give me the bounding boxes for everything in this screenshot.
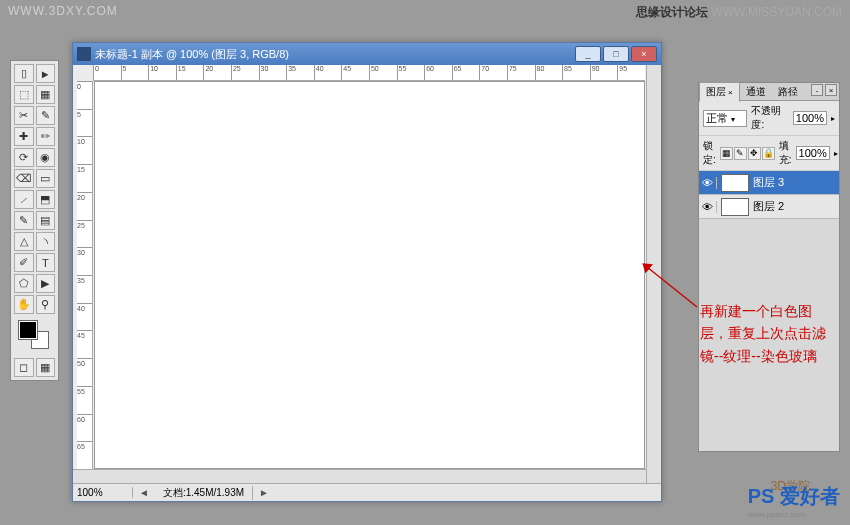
chevron-right-icon[interactable]: ▸ [831, 114, 835, 123]
panel-close-icon[interactable]: × [825, 84, 837, 96]
layer-visibility-icon[interactable]: 👁 [699, 177, 717, 189]
toolbox-panel: ▯►⬚▦✂✎✚✏⟳◉⌫▭⟋⬒✎▤△৲✐T⬠▶✋⚲ ◻ ▦ [10, 60, 59, 381]
layer-row[interactable]: 👁图层 3 [699, 171, 839, 195]
close-icon: × [728, 88, 733, 97]
layer-name-label: 图层 3 [753, 175, 784, 190]
tool-11-0[interactable]: ✋ [14, 295, 34, 314]
document-info: 文档:1.45M/1.93M [155, 486, 253, 500]
opacity-label: 不透明度: [751, 104, 788, 132]
lock-position-icon[interactable]: ✥ [748, 147, 761, 160]
tab-channels[interactable]: 通道 [740, 83, 772, 101]
tool-6-0[interactable]: ⟋ [14, 190, 34, 209]
vertical-ruler[interactable]: 05101520253035404550556065 [77, 81, 93, 469]
fill-label: 填充: [779, 139, 792, 167]
panel-tabs: 图层× 通道 路径 - × [699, 83, 839, 101]
tool-0-1[interactable]: ► [36, 64, 56, 83]
tool-9-0[interactable]: ✐ [14, 253, 34, 272]
tool-0-0[interactable]: ▯ [14, 64, 34, 83]
document-title: 未标题-1 副本 @ 100% (图层 3, RGB/8) [95, 47, 575, 62]
fill-input[interactable]: 100% [796, 146, 830, 160]
chevron-right-icon[interactable]: ▸ [834, 149, 838, 158]
foreground-color-swatch[interactable] [19, 321, 37, 339]
tool-2-0[interactable]: ✂ [14, 106, 34, 125]
tab-layers[interactable]: 图层× [699, 82, 740, 102]
color-swatches[interactable] [13, 319, 56, 355]
document-titlebar[interactable]: 未标题-1 副本 @ 100% (图层 3, RGB/8) _ □ × [73, 43, 661, 65]
panel-minimize-icon[interactable]: - [811, 84, 823, 96]
tool-4-1[interactable]: ◉ [36, 148, 56, 167]
watermark-psahz: PS 爱好者 www.psahz.com [748, 483, 840, 519]
canvas-area[interactable] [94, 81, 645, 469]
window-maximize-button[interactable]: □ [603, 46, 629, 62]
screenmode-toggle[interactable]: ▦ [36, 358, 56, 377]
opacity-input[interactable]: 100% [793, 111, 827, 125]
layer-name-label: 图层 2 [753, 199, 784, 214]
layer-thumbnail[interactable] [721, 174, 749, 192]
status-chevron-right-icon[interactable]: ► [253, 487, 275, 498]
tool-8-0[interactable]: △ [14, 232, 34, 251]
layer-row[interactable]: 👁图层 2 [699, 195, 839, 219]
horizontal-ruler[interactable]: 05101520253035404550556065707580859095 [93, 65, 645, 81]
lock-transparency-icon[interactable]: ▦ [720, 147, 733, 160]
tool-1-1[interactable]: ▦ [36, 85, 56, 104]
tool-3-0[interactable]: ✚ [14, 127, 34, 146]
layer-visibility-icon[interactable]: 👁 [699, 201, 717, 213]
watermark-3dxy: WWW.3DXY.COM [8, 4, 118, 18]
status-chevron-left-icon[interactable]: ◄ [133, 487, 155, 498]
blend-mode-select[interactable]: 正常 ▾ [703, 110, 747, 127]
tool-7-0[interactable]: ✎ [14, 211, 34, 230]
window-close-button[interactable]: × [631, 46, 657, 62]
lock-all-icon[interactable]: 🔒 [762, 147, 775, 160]
tab-paths[interactable]: 路径 [772, 83, 804, 101]
horizontal-scrollbar[interactable] [73, 469, 646, 483]
tool-7-1[interactable]: ▤ [36, 211, 56, 230]
tool-3-1[interactable]: ✏ [36, 127, 56, 146]
tool-4-0[interactable]: ⟳ [14, 148, 34, 167]
tool-1-0[interactable]: ⬚ [14, 85, 34, 104]
tool-11-1[interactable]: ⚲ [36, 295, 56, 314]
tool-2-1[interactable]: ✎ [36, 106, 56, 125]
quickmask-toggle[interactable]: ◻ [14, 358, 34, 377]
status-bar: 100% ◄ 文档:1.45M/1.93M ► [73, 483, 661, 501]
window-minimize-button[interactable]: _ [575, 46, 601, 62]
tool-6-1[interactable]: ⬒ [36, 190, 56, 209]
tool-8-1[interactable]: ৲ [36, 232, 56, 251]
tool-5-1[interactable]: ▭ [36, 169, 56, 188]
zoom-level[interactable]: 100% [73, 487, 133, 498]
annotation-text: 再新建一个白色图层，重复上次点击滤镜--纹理--染色玻璃 [700, 300, 830, 367]
layer-thumbnail[interactable] [721, 198, 749, 216]
watermark-missyuan: 思缘设计论坛 WWW.MISSYUAN.COM [636, 4, 842, 21]
tool-10-1[interactable]: ▶ [36, 274, 56, 293]
vertical-scrollbar[interactable] [646, 65, 661, 483]
tool-9-1[interactable]: T [36, 253, 56, 272]
lock-label: 锁定: [703, 139, 716, 167]
tool-5-0[interactable]: ⌫ [14, 169, 34, 188]
chevron-down-icon: ▾ [731, 115, 735, 124]
ps-file-icon [77, 47, 91, 61]
lock-pixels-icon[interactable]: ✎ [734, 147, 747, 160]
tool-10-0[interactable]: ⬠ [14, 274, 34, 293]
layers-panel: 图层× 通道 路径 - × 正常 ▾ 不透明度: 100% ▸ 锁定: ▦ ✎ … [698, 82, 840, 452]
document-window: 未标题-1 副本 @ 100% (图层 3, RGB/8) _ □ × 0510… [72, 42, 662, 502]
